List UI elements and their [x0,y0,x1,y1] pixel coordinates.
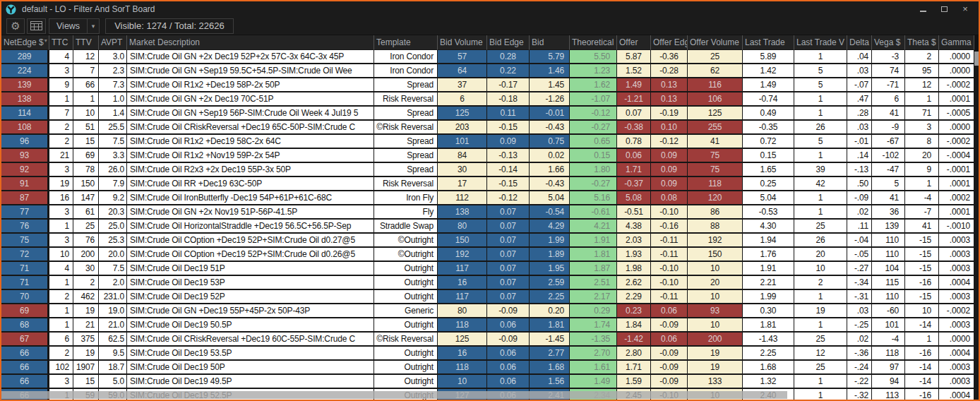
cell-bidedge[interactable]: -0.18 [487,92,530,107]
cell-lasttrade[interactable]: 5.04 [743,191,794,205]
cell-ttv[interactable]: 15 [73,135,99,149]
cell-lasttrade[interactable]: 1.65 [743,163,794,177]
cell-bid[interactable]: 2.59 [530,276,570,290]
cell-ttc[interactable]: 9 [49,78,73,92]
cell-theo[interactable]: 5.16 [570,191,617,205]
cell-delta[interactable]: .04 [847,50,872,64]
cell-lasttrade[interactable]: 2.25 [743,347,794,361]
cell-netedge[interactable]: 138 [1,92,49,107]
cell-offeredge[interactable]: -0.12 [651,135,688,149]
cell-ttv[interactable]: 1907 [73,361,99,375]
cell-desc[interactable]: SIM:Crude Oil COption +Dec19 52P+SIM:Cru… [127,248,374,262]
cell-delta[interactable]: -.04 [847,234,872,248]
cell-bidedge[interactable]: -0.12 [487,191,530,205]
cell-theta[interactable]: -15 [905,262,939,276]
minimize-button[interactable] [918,5,928,13]
cell-ttv[interactable]: 12 [73,50,99,64]
cell-ttc[interactable]: 1 [49,276,73,290]
cell-theta[interactable]: -15 [905,290,939,304]
cell-template[interactable]: ©Risk Reversal [374,121,438,135]
cell-offer[interactable]: 2.80 [617,347,651,361]
cell-template[interactable]: Spread [374,135,438,149]
cell-ttc[interactable]: 2 [49,135,73,149]
cell-offer[interactable]: -0.37 [617,177,651,191]
cell-lasttradev[interactable]: 25 [794,361,847,375]
views-dropdown-button[interactable]: ▾ [88,18,100,34]
cell-theta[interactable]: 1 [905,333,939,347]
cell-offer[interactable]: 1.98 [617,262,651,276]
cell-vega[interactable]: -60 [872,304,905,318]
cell-offervol[interactable]: 10 [688,318,743,333]
cell-bidvol[interactable]: 16 [438,276,487,290]
cell-bidvol[interactable]: 84 [438,149,487,163]
cell-bidedge[interactable]: -0.15 [487,177,530,191]
cell-offervol[interactable]: 86 [688,205,743,220]
cell-offeredge[interactable]: -0.10 [651,205,688,220]
cell-theta[interactable]: -16 [905,347,939,361]
cell-offer[interactable]: 5.87 [617,50,651,64]
cell-theo[interactable]: -0.61 [570,205,617,220]
cell-bidedge[interactable]: 0.07 [487,248,530,262]
cell-avpt[interactable]: 62.5 [99,333,127,347]
cell-lasttradev[interactable]: 1 [794,191,847,205]
cell-offeredge[interactable]: 0.09 [651,163,688,177]
cell-lasttradev[interactable]: 1 [794,318,847,333]
cell-desc[interactable]: SIM:Crude Oil GN +2x Nov19 51P-56P-41.5P [127,205,374,220]
cell-offer[interactable]: 4.38 [617,220,651,234]
cell-lasttrade[interactable]: 1.91 [743,262,794,276]
cell-bidedge[interactable]: -0.14 [487,163,530,177]
cell-theta[interactable]: 3 [905,121,939,135]
cell-bidvol[interactable]: 118 [438,318,487,333]
cell-vega[interactable]: 41 [872,191,905,205]
cell-netedge[interactable]: 72 [1,248,49,262]
cell-template[interactable]: Outright [374,375,438,389]
cell-lasttrade[interactable]: 1.32 [743,375,794,389]
cell-bidvol[interactable]: 125 [438,107,487,121]
cell-delta[interactable]: -.07 [847,78,872,92]
cell-delta[interactable]: -.36 [847,347,872,361]
cell-offeredge[interactable]: 0.09 [651,149,688,163]
cell-offervol[interactable]: 93 [688,304,743,318]
cell-offeredge[interactable]: -0.09 [651,347,688,361]
cell-ttc[interactable]: 2 [49,121,73,135]
cell-offer[interactable]: 2.29 [617,290,651,304]
cell-theo[interactable]: 5.50 [570,50,617,64]
cell-lasttradev[interactable]: 1 [794,205,847,220]
cell-bid[interactable]: 1.81 [530,318,570,333]
cell-vega[interactable]: 74 [872,64,905,78]
cell-gamma[interactable]: .0003 [939,248,974,262]
cell-offer[interactable]: 1.71 [617,361,651,375]
cell-netedge[interactable]: 71 [1,262,49,276]
cell-delta[interactable]: -.01 [847,135,872,149]
cell-gamma[interactable]: .0000 [939,50,974,64]
cell-ttc[interactable]: 7 [49,107,73,121]
cell-desc[interactable]: SIM:Crude Oil Dec19 53.5P [127,347,374,361]
cell-lasttrade[interactable]: 0.49 [743,107,794,121]
cell-avpt[interactable]: 26.0 [99,163,127,177]
cell-offer[interactable]: 1.59 [617,375,651,389]
cell-theta[interactable]: -14 [905,375,939,389]
cell-bid[interactable]: 2.25 [530,290,570,304]
cell-offer[interactable]: 1.49 [617,78,651,92]
column-header-ttv[interactable]: TTV [73,35,99,50]
cell-template[interactable]: Spread [374,163,438,177]
cell-theo[interactable]: -0.12 [570,107,617,121]
cell-theta[interactable]: -15 [905,234,939,248]
cell-netedge[interactable]: 69 [1,304,49,318]
cell-template[interactable]: Iron Fly [374,191,438,205]
cell-offer[interactable]: -1.21 [617,92,651,107]
cell-gamma[interactable]: .0001 [939,177,974,191]
cell-bid[interactable]: -0.54 [530,205,570,220]
cell-avpt[interactable]: 18.7 [99,361,127,375]
cell-lasttrade[interactable]: 1.49 [743,78,794,92]
cell-desc[interactable]: SIM:Crude Oil R1x2 +Dec19 58C-2x 64C [127,135,374,149]
cell-bidvol[interactable]: 6 [438,92,487,107]
cell-theo[interactable]: 1.74 [570,318,617,333]
cell-delta[interactable]: -.05 [847,248,872,262]
cell-avpt[interactable]: 1.4 [99,107,127,121]
cell-template[interactable]: Outright [374,318,438,333]
cell-ttc[interactable]: 21 [49,149,73,163]
cell-offeredge[interactable]: -0.11 [651,234,688,248]
cell-bidedge[interactable]: -0.15 [487,121,530,135]
cell-ttv[interactable]: 51 [73,121,99,135]
